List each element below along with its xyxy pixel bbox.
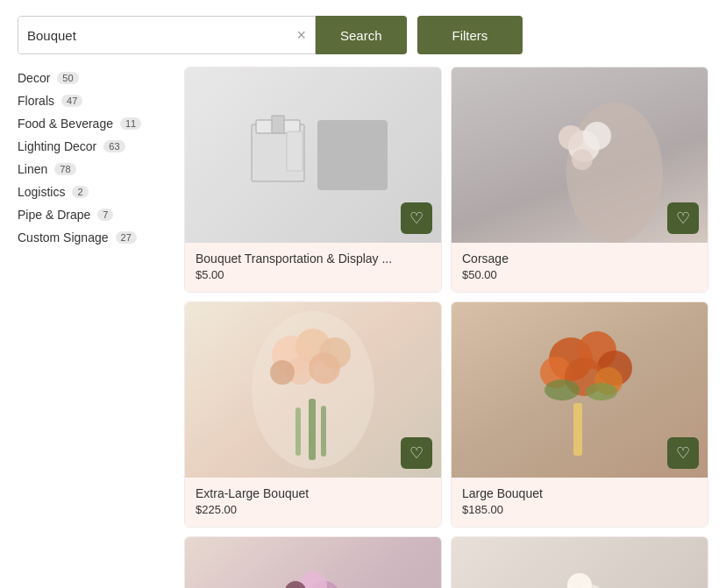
product-price-lbouquet: $185.00 bbox=[462, 503, 697, 516]
favorite-button-lbouquet[interactable]: ♡ bbox=[667, 437, 699, 469]
search-bar: × Search Filters bbox=[0, 0, 726, 67]
sidebar-count-florals: 47 bbox=[61, 95, 82, 107]
product-card-transport: ♡ Bouquet Transportation & Display ... $… bbox=[184, 67, 442, 293]
favorite-button-corsage[interactable]: ♡ bbox=[667, 202, 699, 234]
product-price-xlbouquet: $225.00 bbox=[196, 503, 431, 516]
product-name-lbouquet: Large Bouquet bbox=[462, 486, 697, 500]
product-image-mbouquet: ♡ bbox=[185, 537, 441, 588]
product-card-lbouquet: ♡ Large Bouquet $185.00 bbox=[451, 301, 708, 528]
product-card-sbouquet: ♡ Small Bouquet $75.00 bbox=[451, 536, 708, 588]
product-image-lbouquet: ♡ bbox=[452, 302, 708, 478]
svg-point-15 bbox=[270, 360, 295, 385]
product-name-transport: Bouquet Transportation & Display ... bbox=[196, 251, 431, 266]
sidebar-count-logistics: 2 bbox=[72, 186, 88, 198]
sidebar-count-decor: 50 bbox=[57, 72, 78, 84]
heart-icon: ♡ bbox=[676, 443, 690, 463]
sidebar-label-pipe-drape: Pipe & Drape bbox=[18, 208, 90, 222]
svg-point-4 bbox=[566, 103, 663, 243]
product-name-corsage: Corsage bbox=[462, 251, 697, 266]
sidebar-label-decor: Decor bbox=[18, 71, 50, 85]
box-icon bbox=[238, 107, 317, 203]
svg-point-25 bbox=[544, 379, 580, 400]
svg-rect-27 bbox=[573, 403, 582, 456]
product-name-xlbouquet: Extra-Large Bouquet bbox=[196, 486, 431, 500]
product-image-corsage: ♡ bbox=[452, 67, 708, 243]
svg-point-40 bbox=[567, 573, 592, 588]
search-input[interactable] bbox=[18, 17, 288, 53]
heart-icon: ♡ bbox=[409, 443, 424, 463]
product-info-xlbouquet: Extra-Large Bouquet $225.00 bbox=[185, 478, 441, 527]
sidebar-label-logistics: Logistics bbox=[18, 185, 65, 199]
product-image-xlbouquet: ♡ bbox=[185, 302, 441, 478]
sidebar-count-custom-signage: 27 bbox=[116, 231, 137, 244]
svg-point-26 bbox=[586, 383, 617, 400]
product-grid: ♡ Bouquet Transportation & Display ... $… bbox=[184, 67, 708, 588]
product-info-corsage: Corsage $50.00 bbox=[452, 243, 708, 292]
product-info-transport: Bouquet Transportation & Display ... $5.… bbox=[185, 243, 441, 292]
svg-rect-3 bbox=[287, 131, 302, 171]
product-card-mbouquet: ♡ Medium Bouquet $135.00 bbox=[184, 536, 442, 588]
sidebar-count-pipe-drape: 7 bbox=[97, 209, 113, 221]
sidebar-label-linen: Linen bbox=[18, 162, 47, 176]
clear-icon: × bbox=[296, 26, 306, 45]
favorite-button-transport[interactable]: ♡ bbox=[401, 202, 432, 234]
svg-point-7 bbox=[583, 122, 611, 150]
sbouquet-illustration bbox=[452, 537, 708, 588]
sidebar-item-food-beverage[interactable]: Food & Beverage 11 bbox=[18, 112, 175, 135]
svg-rect-16 bbox=[309, 399, 316, 460]
product-image-sbouquet: ♡ bbox=[452, 537, 708, 588]
sidebar-item-florals[interactable]: Florals 47 bbox=[18, 89, 175, 112]
sidebar-label-florals: Florals bbox=[18, 94, 54, 108]
sidebar-item-logistics[interactable]: Logistics 2 bbox=[18, 181, 175, 203]
product-image-transport: ♡ bbox=[185, 67, 441, 243]
search-input-wrapper: × bbox=[18, 16, 316, 54]
product-card-corsage: ♡ Corsage $50.00 bbox=[451, 67, 708, 293]
sidebar-label-custom-signage: Custom Signage bbox=[18, 230, 109, 244]
sidebar-item-custom-signage[interactable]: Custom Signage 27 bbox=[18, 226, 175, 249]
favorite-button-xlbouquet[interactable]: ♡ bbox=[401, 437, 432, 469]
product-card-xlbouquet: ♡ Extra-Large Bouquet $225.00 bbox=[184, 301, 442, 528]
main-layout: Decor 50 Florals 47 Food & Beverage 11 L… bbox=[0, 67, 726, 588]
sidebar-item-decor[interactable]: Decor 50 bbox=[18, 67, 175, 89]
sidebar-item-lighting-decor[interactable]: Lighting Decor 63 bbox=[18, 135, 175, 158]
svg-rect-17 bbox=[295, 407, 301, 456]
sidebar-item-pipe-drape[interactable]: Pipe & Drape 7 bbox=[18, 203, 175, 226]
sidebar-label-food-beverage: Food & Beverage bbox=[18, 117, 113, 131]
product-price-transport: $5.00 bbox=[196, 268, 431, 281]
svg-rect-18 bbox=[321, 406, 326, 457]
clear-button[interactable]: × bbox=[288, 26, 315, 45]
sidebar-count-food-beverage: 11 bbox=[120, 117, 141, 130]
sidebar-count-lighting-decor: 63 bbox=[103, 140, 125, 152]
svg-point-8 bbox=[572, 149, 593, 170]
mbouquet-illustration bbox=[185, 537, 441, 588]
svg-point-14 bbox=[309, 352, 340, 384]
sidebar-item-linen[interactable]: Linen 78 bbox=[18, 158, 175, 181]
heart-icon: ♡ bbox=[676, 209, 690, 228]
sidebar-count-linen: 78 bbox=[54, 163, 75, 175]
search-button[interactable]: Search bbox=[316, 16, 407, 54]
sidebar: Decor 50 Florals 47 Food & Beverage 11 L… bbox=[18, 67, 184, 588]
svg-rect-2 bbox=[272, 116, 284, 133]
product-price-corsage: $50.00 bbox=[462, 268, 697, 281]
product-info-lbouquet: Large Bouquet $185.00 bbox=[452, 478, 708, 527]
filters-button[interactable]: Filters bbox=[417, 16, 523, 54]
svg-point-6 bbox=[559, 125, 583, 150]
sidebar-label-lighting-decor: Lighting Decor bbox=[18, 139, 96, 153]
heart-icon: ♡ bbox=[409, 209, 424, 228]
